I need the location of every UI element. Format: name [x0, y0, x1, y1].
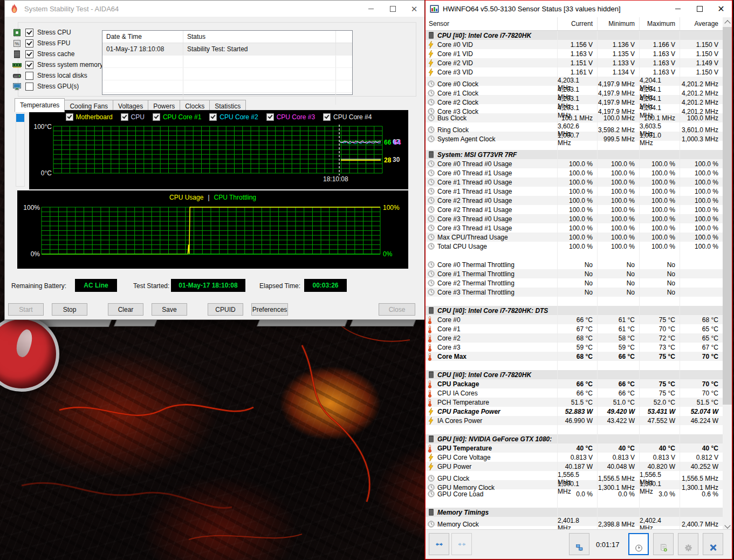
legend-checkbox[interactable] — [323, 113, 331, 121]
battery-value: AC Line — [75, 279, 117, 292]
sensor-row[interactable]: Core #1 Thread #1 Usage100.0 %100.0 %100… — [426, 187, 723, 196]
stress-checkbox-stress-gpu-s-[interactable] — [25, 83, 33, 91]
sensor-row[interactable]: Core #1 VID1.163 V1.135 V1.163 V1.150 V — [426, 49, 723, 58]
save-button[interactable]: Save — [152, 303, 187, 316]
sensor-row[interactable]: Core #2 Thread #0 Usage100.0 %100.0 %100… — [426, 196, 723, 205]
scrollbar-thumb[interactable] — [723, 27, 732, 405]
stress-checkbox-stress-system-memory[interactable] — [25, 61, 33, 69]
sensor-table-scrollbar[interactable] — [723, 17, 732, 531]
column-header-maximum[interactable]: Maximum — [639, 17, 680, 30]
close-button[interactable]: ✕ — [710, 1, 732, 17]
sensor-row[interactable]: IA Cores Power46.990 W43.422 W47.552 W46… — [426, 416, 723, 425]
temp-axis-max-label: 100°C — [30, 123, 52, 131]
sensor-row[interactable]: Core #1 Thread #0 Usage100.0 %100.0 %100… — [426, 177, 723, 187]
cpuid-button[interactable]: CPUID — [208, 303, 243, 316]
sensor-row[interactable]: Core #3 Thread #1 Usage100.0 %100.0 %100… — [426, 223, 723, 233]
sensor-section-header[interactable]: GPU [#0]: NVIDIA GeForce GTX 1080: — [426, 434, 723, 443]
sensor-row[interactable]: GPU Core Voltage0.813 V0.813 V0.813 V0.8… — [426, 453, 723, 462]
sensor-row[interactable]: Max CPU/Thread Usage100.0 %100.0 %100.0 … — [426, 233, 723, 242]
sensor-section-header[interactable]: CPU [#0]: Intel Core i7-7820HK — [426, 370, 723, 379]
legend-checkbox[interactable] — [153, 113, 160, 121]
maximize-button[interactable] — [382, 1, 403, 17]
sensor-row[interactable]: GPU Clock1,556.5 MHz1,556.5 MHz1,556.5 M… — [426, 471, 723, 480]
sensor-row[interactable]: Core #2 Thread #1 Usage100.0 %100.0 %100… — [426, 205, 723, 214]
settings-button[interactable] — [678, 533, 698, 555]
clear-button[interactable]: Clear — [108, 303, 143, 316]
sensor-row[interactable]: Core #1 Clock4,203.1 MHz4,197.9 MHz4,204… — [426, 86, 723, 95]
sensor-section-header[interactable]: System: MSI GT73VR 7RF — [426, 150, 723, 159]
sensor-row[interactable]: CPU IA Cores66 °C66 °C75 °C70 °C — [426, 388, 723, 398]
minimize-button[interactable] — [360, 1, 382, 17]
sensor-label-cell: Bus Clock — [426, 113, 557, 122]
chart-history-scrollbar-thumb[interactable] — [16, 114, 24, 122]
column-header-average[interactable]: Average — [680, 17, 723, 30]
sensor-row[interactable]: Core #0 Thread #1 Usage100.0 %100.0 %100… — [426, 168, 723, 177]
remote-monitoring-button[interactable] — [569, 533, 589, 555]
sensor-row[interactable]: Memory Clock2,401.8 MHz2,398.8 MHz2,402.… — [426, 517, 723, 526]
sensor-row[interactable]: Core #359 °C59 °C73 °C67 °C — [426, 343, 723, 352]
column-header-minimum[interactable]: Minimum — [597, 17, 639, 30]
sensor-row[interactable]: Total CPU Usage100.0 %100.0 %100.0 %100.… — [426, 242, 723, 251]
exit-button[interactable] — [703, 533, 723, 555]
expand-columns-button[interactable] — [429, 533, 449, 555]
sensor-row[interactable]: Core #3 Thread #0 Usage100.0 %100.0 %100… — [426, 214, 723, 223]
sensor-row[interactable]: Core #1 Thermal ThrottlingNoNoNo — [426, 269, 723, 278]
sensor-row[interactable]: GPU Temperature40 °C40 °C40 °C40 °C — [426, 443, 723, 453]
sensor-row[interactable]: Core #0 Thread #0 Usage100.0 %100.0 %100… — [426, 159, 723, 168]
stress-checkbox-stress-local-disks[interactable] — [25, 72, 33, 80]
sensor-label-cell: Core #1 Thread #1 Usage — [426, 187, 557, 196]
sensor-row[interactable]: Core Max68 °C66 °C75 °C70 °C — [426, 352, 723, 361]
sensor-row[interactable]: Core #2 Clock4,203.1 MHz4,197.9 MHz4,204… — [426, 95, 723, 104]
sensor-row[interactable]: Core #066 °C61 °C75 °C68 °C — [426, 315, 723, 324]
hwinfo-window-controls: ✕ — [667, 1, 732, 17]
sensor-row[interactable]: Core #3 VID1.161 V1.134 V1.163 V1.150 V — [426, 67, 723, 77]
sensor-row[interactable]: GPU Core Load0.0 %0.0 %3.0 %0.6 % — [426, 489, 723, 498]
column-header-sensor[interactable]: Sensor — [426, 17, 557, 30]
log-column-datetime[interactable]: Date & Time — [102, 31, 183, 43]
maximize-button[interactable] — [689, 1, 710, 17]
stop-button[interactable]: Stop — [52, 303, 87, 316]
legend-checkbox[interactable] — [209, 113, 217, 121]
sensor-row[interactable]: CPU Package Power52.883 W49.420 W53.431 … — [426, 407, 723, 416]
sensor-row[interactable]: PCH Temperature51.5 °C51.0 °C52.0 °C51.5… — [426, 398, 723, 407]
sensor-row[interactable]: Core #2 Thermal ThrottlingNoNoNo — [426, 278, 723, 288]
sensor-row[interactable]: Core #0 VID1.156 V1.136 V1.166 V1.150 V — [426, 40, 723, 49]
scroll-up-button[interactable] — [723, 17, 732, 26]
column-header-current[interactable]: Current — [557, 17, 597, 30]
average-value: 40.252 W — [680, 462, 723, 471]
sensor-row[interactable]: Core #268 °C58 °C72 °C65 °C — [426, 333, 723, 343]
preferences-button[interactable]: Preferences — [251, 303, 288, 316]
legend-checkbox[interactable] — [266, 113, 274, 121]
sensor-row[interactable]: CPU Package66 °C66 °C75 °C70 °C — [426, 379, 723, 388]
sensor-row[interactable]: System Agent Clock1,000.7 MHz999.5 MHz1,… — [426, 132, 723, 141]
minimum-value: 0.813 V — [597, 453, 639, 462]
sensor-row[interactable]: Core #2 VID1.151 V1.133 V1.163 V1.149 V — [426, 58, 723, 67]
sensor-row[interactable]: GPU Power40.187 W40.048 W40.820 W40.252 … — [426, 462, 723, 471]
sensor-row[interactable]: GPU Memory Clock1,300.1 MHz1,300.1 MHz1,… — [426, 480, 723, 489]
sensor-row[interactable]: Core #167 °C61 °C70 °C65 °C — [426, 324, 723, 333]
sensor-section-header[interactable]: CPU [#0]: Intel Core i7-7820HK: DTS — [426, 306, 723, 315]
sensor-row[interactable]: Ring Clock3,602.6 MHz3,598.2 MHz3,603.5 … — [426, 122, 723, 132]
sensor-row[interactable]: Core #3 Clock4,203.1 MHz4,197.9 MHz4,204… — [426, 104, 723, 113]
reset-clock-button[interactable] — [628, 533, 649, 555]
sensor-row[interactable]: Core #0 Clock4,203.1 MHz4,197.9 MHz4,204… — [426, 77, 723, 86]
minimize-button[interactable] — [667, 1, 689, 17]
stress-checkbox-stress-fpu[interactable] — [25, 39, 33, 47]
close-button[interactable]: ✕ — [403, 1, 425, 17]
minimum-value: 40 °C — [597, 443, 639, 453]
stress-checkbox-stress-cpu[interactable] — [25, 29, 33, 37]
stress-checkbox-stress-cache[interactable] — [25, 50, 33, 58]
tab-temperatures[interactable]: Temperatures — [15, 98, 65, 112]
sensor-row[interactable]: Core #0 Thermal ThrottlingNoNoNo — [426, 260, 723, 269]
report-button[interactable] — [653, 533, 674, 555]
sensor-section-header[interactable]: Memory Timings — [426, 508, 723, 517]
log-column-status[interactable]: Status — [183, 31, 336, 43]
stress-option-row: %Stress FPU — [12, 38, 70, 48]
log-entry-row[interactable]: 01-May-17 18:10:08Stability Test: Starte… — [102, 43, 352, 55]
chart-history-scrollbar[interactable] — [16, 112, 25, 187]
sensor-row[interactable]: Core #3 Thermal ThrottlingNoNoNo — [426, 288, 723, 297]
legend-checkbox[interactable] — [66, 113, 73, 121]
sensor-row[interactable]: Bus Clock100.1 MHz100.0 MHz100.1 MHz100.… — [426, 113, 723, 122]
sensor-section-header[interactable]: CPU [#0]: Intel Core i7-7820HK — [426, 31, 723, 40]
legend-checkbox[interactable] — [121, 113, 128, 121]
